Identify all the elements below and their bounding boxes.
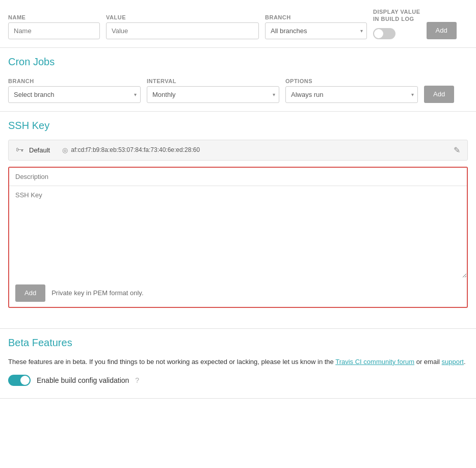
- cron-section-title: Cron Jobs: [8, 56, 468, 68]
- beta-section-title: Beta Features: [8, 337, 468, 349]
- cron-interval-select-wrapper: Daily Weekly Monthly ▾: [147, 86, 279, 103]
- key-icon: 🗝: [16, 145, 24, 154]
- cron-add-button[interactable]: Add: [424, 86, 454, 103]
- value-label: VALUE: [106, 14, 259, 20]
- display-value-label: DISPLAY VALUEIN BUILD LOG: [373, 8, 420, 23]
- branch-select[interactable]: All branches master develop: [265, 22, 367, 39]
- cron-options-select-wrapper: Always run Do not run if there has been …: [285, 86, 418, 103]
- beta-feature-label: Enable build config validation: [37, 376, 129, 384]
- ssh-description-input[interactable]: [9, 168, 467, 186]
- cron-add-group: Add: [424, 76, 454, 103]
- env-variable-section: NAME VALUE BRANCH All branches master de…: [0, 0, 476, 48]
- ssh-key-textarea[interactable]: [9, 186, 467, 278]
- ssh-section-title: SSH Key: [8, 120, 468, 132]
- name-input[interactable]: [8, 22, 100, 39]
- beta-feature-toggle[interactable]: [8, 375, 31, 386]
- beta-features-section: Beta Features These features are in beta…: [0, 329, 476, 399]
- help-icon[interactable]: ?: [135, 376, 139, 384]
- cron-options-select[interactable]: Always run Do not run if there has been …: [285, 86, 418, 103]
- default-key-row: 🗝 Default ◎ af:cd:f7:b9:8a:eb:53:07:84:f…: [8, 140, 468, 161]
- beta-period: .: [464, 358, 466, 366]
- value-group: VALUE: [106, 14, 259, 39]
- cron-branch-group: BRANCH Select branch ▾: [8, 78, 141, 103]
- env-add-group: Add: [427, 12, 457, 39]
- name-group: NAME: [8, 14, 100, 39]
- support-link[interactable]: support: [442, 358, 464, 366]
- cron-interval-label: INTERVAL: [147, 78, 279, 84]
- pem-notice: Private key in PEM format only.: [51, 289, 143, 297]
- beta-notice-text: These features are in beta. If you find …: [8, 358, 334, 366]
- ssh-key-section: SSH Key 🗝 Default ◎ af:cd:f7:b9:8a:eb:53…: [0, 112, 476, 329]
- value-input[interactable]: [106, 22, 259, 39]
- cron-branch-select[interactable]: Select branch: [8, 86, 141, 103]
- ssh-key-form: Add Private key in PEM format only.: [8, 167, 468, 308]
- name-label: NAME: [8, 14, 100, 20]
- display-value-group: DISPLAY VALUEIN BUILD LOG: [373, 8, 420, 39]
- beta-toggle-slider: [8, 375, 31, 386]
- toggle-slider: [373, 28, 395, 39]
- beta-notice: These features are in beta. If you find …: [8, 357, 468, 367]
- beta-feature-row: Enable build config validation ?: [8, 375, 468, 386]
- env-add-button[interactable]: Add: [427, 22, 457, 39]
- cron-branch-label: BRANCH: [8, 78, 141, 84]
- beta-or-text: or email: [416, 358, 440, 366]
- branch-select-wrapper: All branches master develop ▾: [265, 22, 367, 39]
- cron-options-label: OPTIONS: [285, 78, 418, 84]
- ssh-add-button[interactable]: Add: [15, 284, 45, 302]
- cron-section: Cron Jobs BRANCH Select branch ▾ INTERVA…: [0, 48, 476, 112]
- key-edit-icon[interactable]: ✎: [454, 145, 460, 155]
- key-fingerprint: af:cd:f7:b9:8a:eb:53:07:84:fa:73:40:6e:e…: [71, 146, 454, 153]
- display-value-toggle-wrapper: [373, 28, 420, 39]
- cron-interval-group: INTERVAL Daily Weekly Monthly ▾: [147, 78, 279, 103]
- cron-interval-select[interactable]: Daily Weekly Monthly: [147, 86, 279, 103]
- branch-group: BRANCH All branches master develop ▾: [265, 14, 367, 39]
- default-key-name: Default: [29, 146, 50, 154]
- branch-label: BRANCH: [265, 14, 367, 20]
- display-value-toggle[interactable]: [373, 28, 395, 39]
- cron-branch-select-wrapper: Select branch ▾: [8, 86, 141, 103]
- community-forum-link[interactable]: Travis CI community forum: [335, 358, 414, 366]
- ssh-form-footer: Add Private key in PEM format only.: [9, 279, 467, 307]
- fingerprint-icon: ◎: [62, 146, 68, 154]
- cron-options-group: OPTIONS Always run Do not run if there h…: [285, 78, 418, 103]
